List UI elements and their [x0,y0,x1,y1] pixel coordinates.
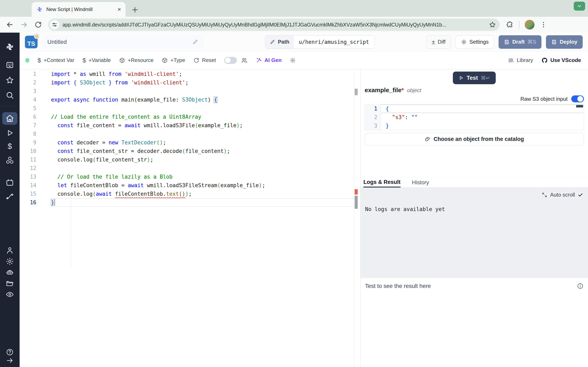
browser-profile-dropdown-button[interactable] [574,2,585,11]
tab-history[interactable]: History [412,178,429,187]
collab-toggle[interactable] [224,57,237,64]
code-line[interactable]: 6// Load the entire file_content as a Ui… [20,113,360,121]
bookmark-star-icon[interactable] [489,21,496,28]
line-number: 12 [20,164,36,173]
cubes-icon [5,156,14,165]
raw-s3-toggle[interactable] [571,95,584,102]
raw-s3-row: Raw S3 object input [361,95,588,103]
code-line[interactable]: 4export async function main(example_file… [20,95,360,104]
code-line[interactable]: 13 // Or load the file lazily as a Blob [20,173,360,181]
sidebar-item-help[interactable] [2,348,17,356]
line-number: 1 [20,70,36,78]
gear-icon [6,257,14,266]
test-button[interactable]: Test ⌘↵ [453,72,496,84]
code-line[interactable]: 3 [20,87,360,95]
sidebar-item-favorites[interactable] [2,75,17,85]
editor-settings-button[interactable] [290,57,296,63]
argument-json-editor[interactable]: 1{2 "s3": ""3} [365,104,584,130]
code-line[interactable]: 9 const decoder = new TextDecoder(); [20,138,360,147]
diff-button[interactable]: ± Diff [426,35,451,49]
collab-toggle-group [224,57,248,64]
sidebar-item-home[interactable] [2,112,17,125]
sidebar-item-apps[interactable] [2,60,17,70]
info-icon[interactable] [577,283,584,289]
kebab-menu-icon[interactable] [540,21,547,28]
add-variable-button[interactable]: $ +Variable [82,57,111,64]
sidebar-item-folders[interactable] [2,279,17,288]
gear-icon [461,39,467,45]
code-line[interactable]: 1import * as wmill from 'windmill-client… [20,70,360,78]
use-vscode-button[interactable]: Use VScode [541,57,581,64]
script-title-field[interactable]: Untitled [42,35,203,49]
forward-icon[interactable] [20,21,28,29]
browser-tab[interactable]: New Script | Windmill × [32,2,126,17]
sidebar-item-resources[interactable] [2,155,17,165]
windmill-favicon-icon [36,6,43,13]
plus-minus-icon: ± [432,39,435,45]
help-icon [6,348,14,356]
path-group[interactable]: Path u/henri/amusing_script [265,35,374,49]
play-icon [458,75,464,81]
ai-gen-button[interactable]: AI Gen [256,57,282,63]
arrow-right-icon [6,357,14,364]
users-icon [241,57,248,64]
tab-logs-result[interactable]: Logs & Result [363,178,401,188]
reload-icon[interactable] [34,21,42,29]
code-line[interactable]: 2 "s3": "" [365,113,584,122]
code-line[interactable]: 5 [20,104,360,113]
code-line[interactable]: 10 const file_content_str = decoder.deco… [20,147,360,155]
add-context-var-button[interactable]: $ +Context Var [38,57,74,64]
add-type-button[interactable]: +Type [162,57,185,63]
code-line[interactable]: 16} [20,198,360,207]
sidebar-item-search[interactable] [2,90,17,100]
new-tab-button[interactable] [131,6,139,14]
divider [519,21,519,29]
auto-scroll-label[interactable]: Auto scroll [550,192,575,198]
code-editor[interactable]: 1import * as wmill from 'windmill-client… [20,69,360,367]
draft-button[interactable]: Draft ⌘S [499,35,541,49]
code-line[interactable]: 8 [20,130,360,138]
sidebar-item-runs[interactable] [2,128,17,138]
sidebar-item-schedules[interactable] [2,178,17,188]
avatar[interactable] [525,20,535,30]
path-label-segment[interactable]: Path [265,35,294,49]
edit-pencil-icon[interactable] [192,39,198,45]
choose-object-button[interactable]: Choose an object from the catalog [365,133,584,145]
code-line[interactable]: 7 const file_content = await wmill.loadS… [20,121,360,130]
code-line[interactable]: 3} [365,122,584,130]
site-settings-icon[interactable] [50,20,59,29]
add-resource-button[interactable]: +Resource [119,57,154,63]
back-icon[interactable] [6,21,14,29]
sidebar-item-flows[interactable] [2,192,17,201]
sidebar-item-variables[interactable]: $ [2,142,17,151]
tab-close-icon[interactable]: × [117,6,121,12]
package-icon [162,57,168,63]
url-bar[interactable]: app.windmill.dev/scripts/add#JTdCJTIyaGF… [48,18,500,31]
dollar-icon: $ [82,57,86,64]
github-icon [541,57,548,64]
code-line[interactable]: 2import { S3Object } from 'windmill-clie… [20,78,360,87]
check-icon[interactable] [578,192,583,198]
deploy-button[interactable]: Deploy [546,35,583,49]
reset-button[interactable]: Reset [193,57,216,63]
sidebar-item-user[interactable] [2,246,17,255]
result-placeholder: Test to see the result here [365,283,431,289]
code-line[interactable]: 14 let fileContentBlob = await wmill.loa… [20,181,360,190]
sidebar-item-workers[interactable] [2,268,17,277]
path-value[interactable]: u/henri/amusing_script [294,35,374,49]
sidebar-collapse-button[interactable] [2,356,17,365]
code-line[interactable]: 15 console.log(await fileContentBlob.tex… [20,190,360,198]
code-line[interactable]: 1{ [365,104,584,113]
code-line[interactable]: 12 [20,164,360,173]
extensions-icon[interactable] [506,21,514,29]
expand-icon[interactable] [542,192,547,198]
sidebar-item-audit[interactable] [2,290,17,299]
sidebar-item-settings[interactable] [2,257,17,266]
windmill-logo [2,42,17,52]
line-number: 5 [20,104,36,113]
code-line[interactable]: 11 console.log(file_content_str); [20,155,360,164]
settings-button[interactable]: Settings [456,35,494,49]
argument-type: object [407,87,421,94]
reset-icon [193,57,199,63]
library-button[interactable]: Library [508,57,533,63]
